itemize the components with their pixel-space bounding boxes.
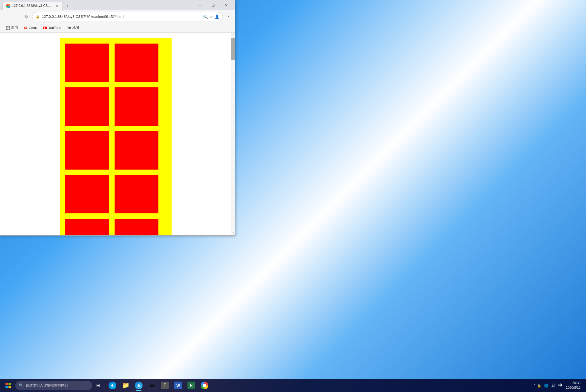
scroll-track[interactable] xyxy=(231,37,235,231)
maps-icon: 🗺 xyxy=(67,26,71,30)
word-app-icon: W xyxy=(174,382,182,389)
red-box-5-1 xyxy=(65,219,109,235)
clock[interactable]: 20:33 2020/8/12 xyxy=(565,381,582,390)
browser-content: ▲ ▼ xyxy=(0,33,235,235)
taskbar-search-icon: 🔍 xyxy=(19,383,23,388)
bookmark-star-icon[interactable]: ☆ xyxy=(209,15,213,19)
taskbar-ie[interactable]: e xyxy=(133,379,145,391)
clock-time: 20:33 xyxy=(572,381,581,385)
scroll-up-button[interactable]: ▲ xyxy=(231,33,235,37)
title-bar: 127.0.0.1:8848/day3-CSS布局-... ✕ + － □ ✕ xyxy=(0,0,235,10)
red-box-4-2 xyxy=(115,175,158,213)
lock-icon: 🔒 xyxy=(36,15,40,19)
red-row-1 xyxy=(65,44,166,82)
windows-logo xyxy=(5,383,11,388)
maximize-button[interactable]: □ xyxy=(207,1,220,10)
tray-network-icon[interactable]: 🌐 xyxy=(543,382,550,389)
chrome-app-icon xyxy=(201,382,208,389)
yellow-container xyxy=(60,38,172,235)
apps-label: 应用 xyxy=(11,25,18,30)
close-button[interactable]: ✕ xyxy=(220,1,233,10)
system-tray: ^ 🔒 🌐 🔊 xyxy=(534,382,556,389)
url-text: 127.0.0.1:8848/day3-CSS布局-teacher/09-练习.… xyxy=(42,14,201,19)
task-view-button[interactable]: ⊞ xyxy=(93,379,104,391)
forward-button[interactable]: → xyxy=(12,13,21,21)
account-icon[interactable]: 👤 xyxy=(215,15,219,19)
address-bar: ← → ↻ 🔒 127.0.0.1:8848/day3-CSS布局-teache… xyxy=(0,10,235,23)
taskbar-right: ^ 🔒 🌐 🔊 中 20:33 2020/8/12 xyxy=(534,381,584,390)
scroll-thumb[interactable] xyxy=(231,38,235,60)
tab-close-button[interactable]: ✕ xyxy=(55,4,59,8)
tab-favicon xyxy=(6,4,10,8)
apps-grid-icon xyxy=(6,26,10,30)
task-view-icon: ⊞ xyxy=(96,382,100,388)
gmail-label: Gmail xyxy=(29,26,37,30)
ie-app-icon: e xyxy=(135,382,143,389)
url-action-icons: 🔍 ☆ 👤 xyxy=(203,15,219,19)
red-box-2-2 xyxy=(115,87,158,126)
red-row-5 xyxy=(65,219,166,235)
minimize-button[interactable]: － xyxy=(194,1,206,10)
maps-label: 地图 xyxy=(72,25,79,30)
red-box-3-2 xyxy=(115,131,158,170)
red-row-4 xyxy=(65,175,166,213)
taskbar-file-explorer[interactable]: 📁 xyxy=(120,379,132,391)
taskbar-excel[interactable]: H xyxy=(185,379,197,391)
red-row-2 xyxy=(65,87,166,126)
red-row-3 xyxy=(65,131,166,170)
red-box-3-1 xyxy=(65,131,109,170)
taskbar-t-app[interactable]: T xyxy=(159,379,171,391)
clock-date: 2020/8/12 xyxy=(566,385,581,390)
edge-app-icon: e xyxy=(109,382,116,389)
red-box-5-2 xyxy=(115,219,158,235)
red-box-1-2 xyxy=(115,44,158,82)
bookmark-gmail[interactable]: M Gmail xyxy=(21,25,39,31)
bookmark-youtube[interactable]: YouTube xyxy=(41,25,63,31)
taskbar-mail[interactable]: ✉ xyxy=(146,379,158,391)
new-tab-button[interactable]: + xyxy=(64,2,72,10)
start-button[interactable] xyxy=(2,379,14,391)
page-content xyxy=(0,33,231,235)
ime-indicator[interactable]: 中 xyxy=(558,383,562,388)
taskbar-word[interactable]: W xyxy=(172,379,184,391)
taskbar-edge[interactable]: e xyxy=(106,379,118,391)
tray-security-icon[interactable]: 🔒 xyxy=(536,382,542,389)
bookmark-apps[interactable]: 应用 xyxy=(4,24,20,31)
title-bar-controls: － □ ✕ xyxy=(194,1,233,10)
tab-area: 127.0.0.1:8848/day3-CSS布局-... ✕ + xyxy=(2,0,193,10)
taskbar: 🔍 在这里输入你要搜索的内容 ⊞ e 📁 e ✉ T W H xyxy=(0,379,586,392)
active-tab[interactable]: 127.0.0.1:8848/day3-CSS布局-... ✕ xyxy=(2,2,63,10)
search-url-icon[interactable]: 🔍 xyxy=(203,15,208,19)
excel-app-icon: H xyxy=(187,382,195,389)
browser-window: 127.0.0.1:8848/day3-CSS布局-... ✕ + － □ ✕ … xyxy=(0,0,235,236)
more-options-button[interactable]: ⋮ xyxy=(224,13,233,21)
back-button[interactable]: ← xyxy=(2,13,11,21)
taskbar-apps: e 📁 e ✉ T W H xyxy=(106,379,210,391)
file-explorer-icon: 📁 xyxy=(122,382,129,389)
scroll-down-button[interactable]: ▼ xyxy=(231,231,235,235)
tab-title: 127.0.0.1:8848/day3-CSS布局-... xyxy=(12,4,53,8)
tray-expand-icon[interactable]: ^ xyxy=(534,384,535,387)
taskbar-search[interactable]: 🔍 在这里输入你要搜索的内容 xyxy=(15,381,92,390)
t-app-icon: T xyxy=(161,382,169,389)
url-bar[interactable]: 🔒 127.0.0.1:8848/day3-CSS布局-teacher/09-练… xyxy=(32,12,223,21)
scrollbar[interactable]: ▲ ▼ xyxy=(231,33,235,235)
taskbar-chrome[interactable] xyxy=(198,379,210,391)
taskbar-search-placeholder: 在这里输入你要搜索的内容 xyxy=(25,383,68,388)
red-box-2-1 xyxy=(65,87,109,126)
refresh-button[interactable]: ↻ xyxy=(22,13,30,21)
youtube-label: YouTube xyxy=(48,26,61,30)
red-box-4-1 xyxy=(65,175,109,213)
youtube-icon xyxy=(43,26,47,30)
tray-volume-icon[interactable]: 🔊 xyxy=(550,382,557,389)
red-box-1-1 xyxy=(65,44,109,82)
mail-icon: ✉ xyxy=(150,382,154,389)
gmail-icon: M xyxy=(23,26,28,30)
bookmarks-bar: 应用 M Gmail YouTube 🗺 地图 xyxy=(0,23,235,33)
bookmark-maps[interactable]: 🗺 地图 xyxy=(65,24,81,31)
